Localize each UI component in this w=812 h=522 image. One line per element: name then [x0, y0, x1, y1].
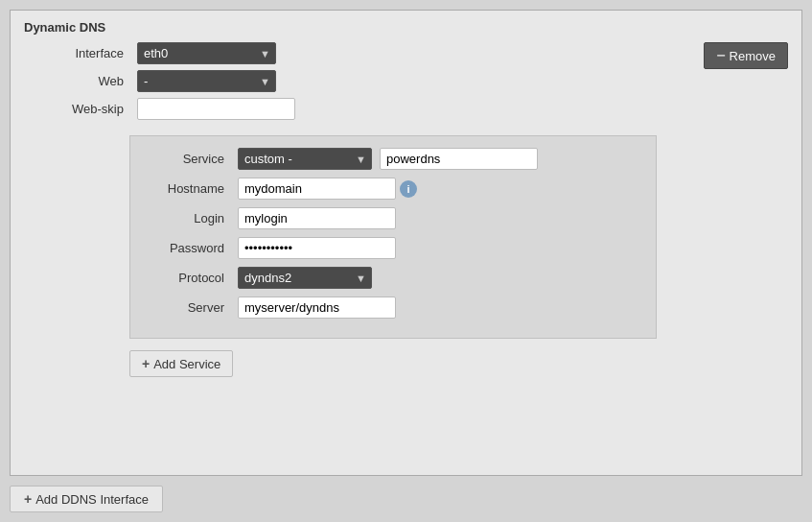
- service-panel: Service custom - afraid cloudflare dyndn…: [129, 135, 657, 339]
- hostname-info-icon[interactable]: i: [400, 180, 417, 198]
- hostname-input[interactable]: [238, 178, 396, 200]
- web-label: Web: [24, 74, 129, 88]
- server-row: Server: [144, 297, 642, 319]
- dynamic-dns-section: Dynamic DNS Interface eth0 eth1 lo ▼: [10, 10, 802, 476]
- service-select-wrapper: custom - afraid cloudflare dyndns ▼: [238, 148, 372, 170]
- server-input[interactable]: [238, 297, 396, 319]
- protocol-row: Protocol dyndns2 dyndns1 dyndns-custom n…: [144, 267, 642, 289]
- web-row: Web - checkip dyndns ▼: [24, 70, 704, 92]
- service-select[interactable]: custom - afraid cloudflare dyndns: [238, 148, 372, 170]
- protocol-select-wrapper: dyndns2 dyndns1 dyndns-custom noip ▼: [238, 267, 372, 289]
- add-ddns-container: + Add DDNS Interface: [10, 486, 802, 512]
- server-label: Server: [144, 300, 230, 315]
- login-row: Login: [144, 207, 642, 229]
- web-skip-input[interactable]: [137, 98, 295, 120]
- web-skip-row: Web-skip: [24, 98, 704, 120]
- hostname-input-group: i: [238, 178, 417, 200]
- interface-label: Interface: [24, 46, 129, 60]
- interface-row: Interface eth0 eth1 lo ▼: [24, 42, 704, 64]
- add-service-plus-icon: +: [142, 356, 150, 371]
- password-row: Password: [144, 237, 642, 259]
- minus-icon: −: [716, 47, 725, 64]
- add-ddns-plus-icon: +: [24, 491, 32, 507]
- service-name-input[interactable]: [380, 148, 538, 170]
- password-input[interactable]: [238, 237, 396, 259]
- login-label: Login: [144, 211, 230, 225]
- remove-button-label: Remove: [730, 49, 776, 63]
- password-label: Password: [144, 241, 230, 255]
- protocol-label: Protocol: [144, 271, 230, 285]
- web-select-wrapper: - checkip dyndns ▼: [137, 70, 276, 92]
- service-label: Service: [144, 152, 230, 166]
- web-select[interactable]: - checkip dyndns: [137, 70, 276, 92]
- add-ddns-label: Add DDNS Interface: [35, 492, 149, 507]
- add-service-button[interactable]: + Add Service: [129, 350, 233, 377]
- web-skip-label: Web-skip: [24, 102, 129, 116]
- hostname-label: Hostname: [144, 181, 230, 196]
- remove-button[interactable]: − Remove: [704, 42, 788, 69]
- section-title: Dynamic DNS: [20, 20, 788, 35]
- protocol-select[interactable]: dyndns2 dyndns1 dyndns-custom noip: [238, 267, 372, 289]
- interface-select-wrapper: eth0 eth1 lo ▼: [137, 42, 276, 64]
- interface-select[interactable]: eth0 eth1 lo: [137, 42, 276, 64]
- hostname-row: Hostname i: [144, 178, 642, 200]
- service-row: Service custom - afraid cloudflare dyndn…: [144, 148, 642, 170]
- add-service-label: Add Service: [153, 357, 220, 371]
- add-ddns-button[interactable]: + Add DDNS Interface: [10, 486, 163, 512]
- login-input[interactable]: [238, 207, 396, 229]
